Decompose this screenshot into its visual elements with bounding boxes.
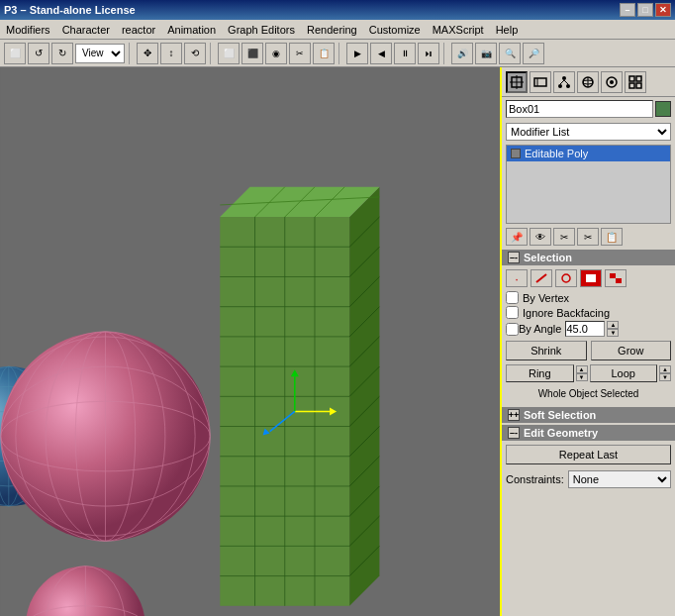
maximize-button[interactable]: □ bbox=[637, 3, 653, 17]
cmd-create-icon[interactable] bbox=[506, 71, 528, 93]
toolbar: ⬜ ↺ ↻ View ✥ ↕ ⟲ ⬜ ⬛ ◉ ✂ 📋 ▶ ◀ ⏸ ⏯ 🔊 📷 🔍… bbox=[0, 40, 675, 67]
svg-point-64 bbox=[562, 76, 566, 80]
sel-vertex-icon[interactable]: · bbox=[506, 269, 528, 287]
main-area: View bbox=[0, 67, 675, 616]
menu-customize[interactable]: Customize bbox=[363, 22, 427, 38]
constraints-dropdown[interactable]: None bbox=[568, 470, 671, 488]
toolbar-move-btn[interactable]: ✥ bbox=[137, 43, 158, 64]
edit-geometry-section-header[interactable]: – Edit Geometry bbox=[502, 425, 675, 441]
modifier-list-dropdown[interactable]: Modifier List bbox=[506, 123, 671, 141]
cmd-hierarchy-icon[interactable] bbox=[553, 71, 575, 93]
cmd-utilities-icon[interactable] bbox=[625, 71, 646, 93]
grow-button[interactable]: Grow bbox=[591, 341, 672, 360]
angle-spinners: ▲ ▼ bbox=[607, 321, 619, 337]
close-button[interactable]: ✕ bbox=[655, 3, 671, 17]
by-vertex-row: By Vertex bbox=[506, 291, 671, 304]
loop-button[interactable]: Loop bbox=[590, 364, 658, 382]
svg-line-68 bbox=[564, 80, 568, 84]
toolbar-sep2 bbox=[210, 43, 214, 64]
toolbar-redo-btn[interactable]: ↻ bbox=[51, 43, 73, 64]
toolbar-btn11[interactable]: ⏯ bbox=[418, 43, 439, 64]
toolbar-btn7[interactable]: 📋 bbox=[313, 43, 335, 64]
menu-graph-editors[interactable]: Graph Editors bbox=[222, 22, 301, 38]
cmd-icons bbox=[502, 67, 675, 97]
angle-spin-down[interactable]: ▼ bbox=[607, 329, 619, 337]
ignore-backfacing-checkbox[interactable] bbox=[506, 306, 519, 319]
svg-rect-77 bbox=[636, 83, 641, 88]
view-dropdown[interactable]: View bbox=[75, 44, 125, 63]
object-name-input[interactable] bbox=[506, 100, 653, 118]
toolbar-btn13[interactable]: 📷 bbox=[475, 43, 497, 64]
toolbar-btn8[interactable]: ▶ bbox=[346, 43, 368, 64]
by-vertex-label: By Vertex bbox=[523, 292, 569, 304]
toolbar-rotate-btn[interactable]: ↕ bbox=[160, 43, 182, 64]
modifier-list-row: Modifier List bbox=[502, 121, 675, 143]
svg-point-79 bbox=[562, 274, 570, 282]
menu-help[interactable]: Help bbox=[490, 22, 525, 38]
edit-geometry-label: Edit Geometry bbox=[524, 427, 598, 439]
by-angle-label: By Angle bbox=[519, 323, 561, 335]
stack-show-btn[interactable]: 👁 bbox=[530, 228, 551, 246]
selection-section-header[interactable]: – Selection bbox=[502, 250, 675, 265]
svg-rect-74 bbox=[629, 76, 634, 81]
menu-animation[interactable]: Animation bbox=[161, 22, 222, 38]
sel-border-icon[interactable] bbox=[555, 269, 577, 287]
svg-rect-75 bbox=[636, 76, 641, 81]
soft-selection-label: Soft Selection bbox=[524, 409, 596, 421]
modifier-stack: Editable Poly bbox=[506, 145, 671, 224]
stack-copy-btn[interactable]: 📋 bbox=[601, 228, 623, 246]
ring-button[interactable]: Ring bbox=[506, 364, 574, 382]
toolbar-btn5[interactable]: ◉ bbox=[265, 43, 287, 64]
loop-spin-down[interactable]: ▼ bbox=[659, 373, 671, 381]
toolbar-btn6[interactable]: ✂ bbox=[289, 43, 311, 64]
toolbar-scale-btn[interactable]: ⟲ bbox=[184, 43, 206, 64]
toolbar-sep1 bbox=[129, 43, 133, 64]
toolbar-btn4[interactable]: ⬛ bbox=[241, 43, 263, 64]
stack-cut-btn[interactable]: ✂ bbox=[577, 228, 599, 246]
toolbar-btn15[interactable]: 🔎 bbox=[523, 43, 544, 64]
menu-rendering[interactable]: Rendering bbox=[301, 22, 363, 38]
ring-spin-up[interactable]: ▲ bbox=[576, 365, 588, 373]
object-color-swatch[interactable] bbox=[655, 101, 671, 117]
ignore-backfacing-row: Ignore Backfacing bbox=[506, 306, 671, 319]
angle-value-input[interactable] bbox=[565, 321, 605, 337]
soft-selection-collapse-btn[interactable]: + bbox=[508, 409, 520, 421]
toolbar-undo-btn[interactable]: ↺ bbox=[28, 43, 49, 64]
ring-spin-down[interactable]: ▼ bbox=[576, 373, 588, 381]
minimize-button[interactable]: – bbox=[620, 3, 635, 17]
toolbar-btn14[interactable]: 🔍 bbox=[499, 43, 521, 64]
repeat-last-button[interactable]: Repeat Last bbox=[506, 445, 671, 464]
stack-pin-btn[interactable]: 📌 bbox=[506, 228, 528, 246]
stack-delete-btn[interactable]: ✂ bbox=[553, 228, 575, 246]
stack-item-editable-poly[interactable]: Editable Poly bbox=[507, 146, 670, 161]
menu-modifiers[interactable]: Modifiers bbox=[0, 22, 56, 38]
toolbar-btn12[interactable]: 🔊 bbox=[451, 43, 473, 64]
toolbar-select-btn[interactable]: ⬜ bbox=[4, 43, 26, 64]
selection-content: · By Vertex bbox=[502, 265, 675, 405]
cmd-motion-icon[interactable] bbox=[577, 71, 599, 93]
angle-spin-up[interactable]: ▲ bbox=[607, 321, 619, 329]
sel-element-icon[interactable] bbox=[605, 269, 627, 287]
cmd-modify-icon[interactable] bbox=[530, 71, 551, 93]
by-angle-checkbox[interactable] bbox=[506, 323, 519, 336]
soft-selection-section-header[interactable]: + Soft Selection bbox=[502, 407, 675, 423]
shrink-grow-row: Shrink Grow bbox=[506, 341, 671, 360]
cmd-display-icon[interactable] bbox=[601, 71, 623, 93]
shrink-button[interactable]: Shrink bbox=[506, 341, 587, 360]
sel-polygon-icon[interactable] bbox=[580, 269, 602, 287]
right-panel: Modifier List Editable Poly 📌 👁 ✂ ✂ 📋 – … bbox=[502, 67, 675, 616]
edit-geometry-collapse-btn[interactable]: – bbox=[508, 427, 520, 439]
repeat-last-row: Repeat Last bbox=[506, 445, 671, 464]
viewport[interactable]: View bbox=[0, 67, 502, 616]
menu-character[interactable]: Character bbox=[56, 22, 116, 38]
ignore-backfacing-label: Ignore Backfacing bbox=[523, 307, 610, 319]
sel-edge-icon[interactable] bbox=[530, 269, 552, 287]
menu-reactor[interactable]: reactor bbox=[116, 22, 161, 38]
menu-maxscript[interactable]: MAXScript bbox=[427, 22, 490, 38]
loop-spin-up[interactable]: ▲ bbox=[659, 365, 671, 373]
toolbar-btn9[interactable]: ◀ bbox=[370, 43, 392, 64]
by-vertex-checkbox[interactable] bbox=[506, 291, 519, 304]
toolbar-btn3[interactable]: ⬜ bbox=[218, 43, 240, 64]
selection-collapse-btn[interactable]: – bbox=[508, 252, 520, 263]
toolbar-btn10[interactable]: ⏸ bbox=[394, 43, 416, 64]
